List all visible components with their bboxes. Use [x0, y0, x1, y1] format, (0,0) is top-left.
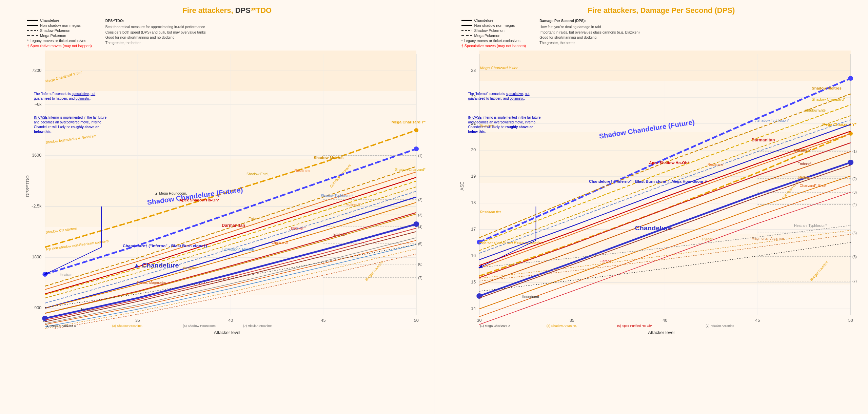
svg-text:(3): (3)	[852, 191, 856, 194]
svg-text:, Emboar*: , Emboar*	[331, 233, 347, 236]
left-legend: Chandelure Non-shadow non-megas Shadow P…	[24, 18, 431, 48]
svg-point-38	[414, 146, 419, 151]
svg-text:Reshiram tier: Reshiram tier	[480, 210, 501, 214]
svg-text:50: 50	[414, 318, 419, 323]
svg-text:(4) Shadow Magmortar: (4) Shadow Magmortar	[112, 328, 145, 329]
svg-text:Typhlosion*, Flareon: Typhlosion*, Flareon	[222, 248, 254, 251]
svg-text:(2) Apex Purified Ho-Oh*: (2) Apex Purified Ho-Oh*	[46, 328, 81, 329]
svg-text:7200: 7200	[32, 68, 41, 73]
svg-text:Charizard†: Charizard†	[271, 241, 289, 244]
svg-text:(6): (6)	[852, 255, 856, 259]
svg-text:(1): (1)	[418, 154, 422, 158]
svg-text:Shadow Typhlosion*: Shadow Typhlosion*	[321, 194, 353, 198]
svg-text:(4): (4)	[852, 203, 856, 206]
svg-text:, Blaziken*: , Blaziken*	[289, 226, 305, 230]
legend-legacy: * Legacy moves or ticket-exclusives	[27, 39, 86, 43]
svg-text:Heatran: Heatran	[60, 273, 72, 277]
svg-text:(5) Apex Purified Ho-Oh*: (5) Apex Purified Ho-Oh*	[617, 324, 652, 328]
svg-text:, Reshiram: , Reshiram	[293, 169, 310, 173]
svg-text:(5): (5)	[418, 242, 422, 246]
right-legend-shadow: Shadow Pokemon	[474, 28, 505, 33]
right-legend-non-shadow: Non-shadow non-megas	[474, 23, 515, 27]
svg-text:16: 16	[471, 253, 476, 258]
svg-text:35: 35	[135, 318, 140, 323]
right-note2: IN CASE Inferno is implemented in the fa…	[468, 115, 543, 134]
svg-text:Chandelure† ("Inferno" - Blast: Chandelure† ("Inferno" - Blast Burn clon…	[123, 243, 207, 248]
left-note2: IN CASE Inferno is implemented in the fa…	[34, 115, 108, 134]
svg-text:Magmortar, Arcanine: Magmortar, Arcanine	[751, 237, 784, 240]
right-title-text: Fire attackers, Damage Per Second (DPS)	[588, 6, 735, 15]
right-note1: The "Inferno" scenario is speculative, n…	[468, 92, 543, 101]
svg-text:, Entei,: , Entei,	[246, 217, 257, 221]
svg-text:(6) Infernape*: (6) Infernape*	[617, 328, 637, 329]
svg-point-143	[848, 160, 853, 165]
right-legend-mega: Mega Pokemon	[474, 34, 500, 38]
svg-text:19: 19	[471, 174, 476, 179]
svg-text:, Reshiram: , Reshiram	[706, 163, 723, 166]
svg-text:(7): (7)	[418, 276, 422, 280]
svg-text:(2) Shadow Magmortar: (2) Shadow Magmortar	[480, 328, 512, 329]
svg-text:ASE: ASE	[459, 182, 464, 191]
legend-shadow: Shadow Pokemon	[40, 28, 70, 33]
svg-text:900: 900	[34, 305, 41, 310]
svg-text:Darmanitan: Darmanitan	[222, 223, 245, 228]
svg-text:Emboar*: Emboar*	[797, 162, 811, 166]
svg-text:Shadow Moltres: Shadow Moltres	[314, 156, 343, 160]
svg-text:23: 23	[471, 68, 476, 73]
svg-text:Apex Shadow Ho-Oh*: Apex Shadow Ho-Oh*	[179, 198, 219, 202]
svg-text:Darmanitan: Darmanitan	[751, 138, 775, 142]
svg-point-35	[414, 128, 419, 132]
svg-text:(1): (1)	[852, 150, 856, 153]
svg-text:(7): (7)	[852, 279, 856, 283]
svg-point-131	[848, 76, 853, 81]
right-legend: Chandelure Non-shadow non-megas Shadow P…	[458, 18, 865, 48]
svg-text:45: 45	[755, 318, 760, 323]
right-chart-title: Fire attackers, Damage Per Second (DPS)	[458, 6, 865, 15]
svg-text:(1) Mega Charizard X: (1) Mega Charizard X	[480, 324, 510, 328]
svg-text:Moltres ▽: Moltres ▽	[346, 203, 361, 206]
svg-text:Shadow Moltres: Shadow Moltres	[812, 86, 842, 90]
left-description: DPS³*TDO: Best theoretical measure for a…	[105, 18, 206, 48]
svg-text:(6): (6)	[418, 262, 422, 266]
svg-text:(1) Mega Charizard X: (1) Mega Charizard X	[46, 324, 76, 328]
svg-text:▲ Mega Houndoom,: ▲ Mega Houndoom,	[155, 192, 187, 195]
left-panel: Fire attackers, DPS³*TDO Chandelure Non-…	[0, 0, 434, 414]
svg-text:(2): (2)	[418, 198, 422, 202]
svg-text:(4): (4)	[418, 225, 422, 229]
svg-text:Blaziken*: Blaziken*	[794, 148, 811, 152]
svg-text:Mega Charizard Y tier: Mega Charizard Y tier	[480, 66, 518, 70]
svg-text:30: 30	[477, 318, 481, 323]
svg-text:(6) Infernape*: (6) Infernape*	[183, 328, 202, 329]
right-description: Damage Per Second (DPS): How fast you're…	[539, 18, 639, 48]
left-x-axis-label: Attacker level	[24, 330, 431, 335]
svg-text:3600: 3600	[32, 153, 41, 158]
svg-text:Heatran, Typhlosion*: Heatran, Typhlosion*	[794, 224, 827, 228]
svg-text:40: 40	[663, 318, 667, 323]
svg-text:1800: 1800	[32, 255, 41, 259]
right-legend-chandelure: Chandelure	[474, 18, 494, 22]
svg-text:15: 15	[471, 280, 476, 284]
legend-speculative: † Speculative moves (may not happen)	[27, 44, 92, 48]
svg-text:Mega Charizard Y*: Mega Charizard Y*	[392, 120, 426, 124]
svg-text:Houndoom: Houndoom	[81, 308, 98, 312]
svg-text:18: 18	[471, 200, 476, 205]
svg-text:20: 20	[471, 147, 476, 152]
svg-text:Shadow Charizard*: Shadow Charizard*	[812, 97, 845, 101]
svg-text:Houndoom: Houndoom	[521, 295, 539, 299]
svg-text:(4) Shadow Houndoom: (4) Shadow Houndoom	[546, 328, 579, 329]
svg-text:Shadow Entel: Shadow Entel	[805, 109, 826, 112]
legend-chandelure: Chandelure	[40, 18, 59, 22]
svg-text:Pyroar: Pyroar	[702, 237, 712, 241]
svg-text:14: 14	[471, 306, 476, 311]
svg-text:(7) Hisuian Arcanine: (7) Hisuian Arcanine	[243, 324, 272, 328]
svg-text:~2.5k: ~2.5k	[31, 204, 42, 209]
svg-text:17: 17	[471, 227, 476, 232]
svg-text:Shadow Entel,: Shadow Entel,	[246, 172, 269, 176]
svg-text:(3) Shadow Arcanine,: (3) Shadow Arcanine,	[112, 324, 143, 328]
svg-text:Shadow Charizard*: Shadow Charizard*	[395, 168, 426, 172]
svg-text:(5): (5)	[852, 231, 856, 235]
svg-text:(5) Shadow Houndoom: (5) Shadow Houndoom	[183, 324, 216, 328]
svg-text:40: 40	[228, 318, 233, 323]
legend-non-shadow: Non-shadow non-megas	[40, 23, 81, 27]
svg-text:Arcanine: Arcanine	[183, 266, 197, 270]
